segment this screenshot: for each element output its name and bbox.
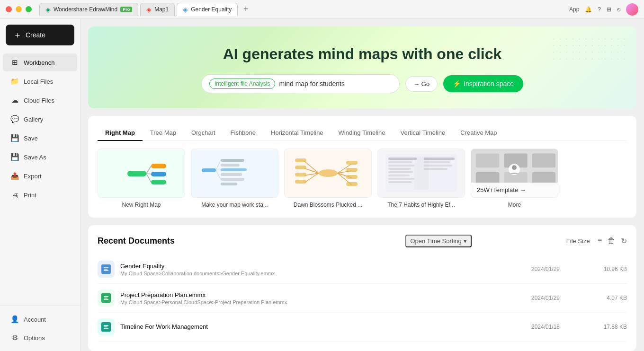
grid-icon[interactable]: ⊞: [607, 6, 611, 13]
titlebar: ◈ Wondershare EdrawMind Pro ◈ Map1 ◈ Gen…: [0, 0, 644, 19]
create-label: Create: [26, 31, 45, 39]
doc-size-project: 4.07 KB: [580, 295, 627, 301]
sidebar-item-export[interactable]: 📤 Export: [3, 167, 77, 185]
more-overlay: 25W+Template →: [471, 183, 558, 197]
refresh-icon[interactable]: ↻: [621, 237, 627, 246]
close-button[interactable]: [6, 6, 12, 12]
minimize-button[interactable]: [16, 6, 22, 12]
tab-vertical-timeline[interactable]: Vertical Timeline: [393, 125, 453, 141]
go-button[interactable]: → Go: [405, 76, 438, 92]
svg-rect-12: [221, 178, 244, 181]
card-7-habits[interactable]: The 7 Habits of Highly Ef...: [377, 149, 465, 208]
svg-line-19: [304, 168, 319, 173]
inspiration-label: Inspiration space: [464, 80, 514, 88]
tab-horizontal-timeline[interactable]: Horizontal Timeline: [263, 125, 331, 141]
card-dawn-blossoms[interactable]: Dawn Blossoms Plucked ...: [284, 149, 372, 208]
tab-map1[interactable]: ◈ Map1: [140, 3, 175, 16]
svg-rect-28: [295, 173, 306, 176]
sidebar-item-save-as[interactable]: 💾 Save As: [3, 148, 77, 166]
doc-name-project: Project Preparation Plan.emmx: [120, 291, 511, 298]
hero-banner: · · · · · · · · · · · · · · · · · · · · …: [88, 26, 636, 108]
doc-icon-project: [98, 290, 115, 307]
maximize-button[interactable]: [26, 6, 32, 12]
sidebar-item-options[interactable]: ⚙ Options: [3, 329, 77, 347]
inspiration-button[interactable]: ⚡ Inspiration space: [443, 75, 523, 92]
doc-size-gender: 10.96 KB: [580, 266, 627, 272]
app-body: ＋ Create ⊞ Workbench 📁 Local Files ☁ Clo…: [0, 19, 644, 351]
file-size-label: File Size: [566, 237, 590, 245]
tab-tree-map[interactable]: Tree Map: [143, 125, 184, 141]
card-new-right-map-label: New Right Map: [98, 202, 185, 208]
svg-line-15: [216, 170, 221, 170]
avatar[interactable]: [626, 3, 638, 16]
sidebar-item-account[interactable]: 👤 Account: [3, 310, 77, 328]
tab-winding-timeline[interactable]: Winding Timeline: [331, 125, 393, 141]
svg-rect-46: [424, 165, 452, 167]
sidebar-item-gallery[interactable]: 💬 Gallery: [3, 110, 77, 128]
svg-rect-9: [221, 164, 240, 167]
recent-actions: ≡ 🗑 ↻: [598, 237, 627, 246]
card-make-map[interactable]: Make your map work sta...: [191, 149, 278, 208]
sidebar-item-workbench[interactable]: ⊞ Workbench: [3, 53, 77, 71]
bell-icon[interactable]: 🔔: [585, 6, 592, 13]
sidebar-nav: ⊞ Workbench 📁 Local Files ☁ Cloud Files …: [0, 51, 80, 306]
tab-orgchart[interactable]: Orgchart: [184, 125, 223, 141]
sidebar-item-cloud-files-label: Cloud Files: [24, 97, 54, 104]
sidebar-item-gallery-label: Gallery: [24, 116, 43, 123]
card-more-label: More: [471, 202, 558, 208]
search-tag[interactable]: Intelligent file Analysis: [209, 79, 275, 89]
doc-row-gender[interactable]: Gender Equality My Cloud Space>Collabora…: [98, 255, 627, 284]
sidebar-item-options-label: Options: [24, 334, 45, 342]
card-new-right-map[interactable]: New Right Map: [98, 149, 185, 208]
tab-gender[interactable]: ◈ Gender Equality: [177, 3, 238, 16]
svg-rect-45: [424, 161, 450, 163]
gallery-icon: 💬: [10, 115, 19, 123]
create-button[interactable]: ＋ Create: [6, 25, 74, 45]
sidebar-item-cloud-files[interactable]: ☁ Cloud Files: [3, 91, 77, 109]
doc-row-project[interactable]: Project Preparation Plan.emmx My Cloud S…: [98, 284, 627, 313]
card-7-habits-label: The 7 Habits of Highly Ef...: [377, 202, 465, 208]
svg-rect-38: [388, 165, 414, 167]
right-map-preview-svg: [113, 154, 170, 192]
gender-doc-icon: [101, 264, 111, 274]
card-more[interactable]: 25W+Template → More: [471, 149, 558, 208]
svg-rect-44: [424, 158, 455, 160]
go-label: → Go: [413, 80, 429, 88]
list-view-icon[interactable]: ≡: [598, 237, 602, 246]
tab-creative-map[interactable]: Creative Map: [453, 125, 504, 141]
share-icon[interactable]: ⎋: [617, 6, 620, 13]
svg-line-18: [304, 161, 319, 173]
doc-row-timeline[interactable]: Timeline For Work Management 2024/01/18 …: [98, 313, 627, 342]
svg-rect-8: [221, 159, 244, 162]
sidebar-item-local-files[interactable]: 📁 Local Files: [3, 72, 77, 90]
svg-rect-41: [388, 175, 410, 176]
help-icon[interactable]: ?: [598, 6, 601, 13]
card-dawn-blossoms-label: Dawn Blossoms Plucked ...: [284, 202, 372, 208]
tab-edrawmind[interactable]: ◈ Wondershare EdrawMind Pro: [39, 3, 138, 16]
svg-rect-49: [476, 153, 499, 167]
add-tab-button[interactable]: +: [240, 3, 252, 16]
recent-title: Recent Documents: [98, 236, 405, 246]
sidebar-item-print[interactable]: 🖨 Print: [3, 186, 77, 204]
tabs-bar: ◈ Wondershare EdrawMind Pro ◈ Map1 ◈ Gen…: [39, 3, 569, 16]
search-input[interactable]: [279, 80, 392, 88]
timeline-doc-icon: [101, 322, 111, 332]
tab-right-map[interactable]: Right Map: [98, 125, 143, 141]
svg-rect-27: [295, 166, 306, 169]
tab-fishbone[interactable]: Fishbone: [223, 125, 263, 141]
tab-map1-label: Map1: [154, 6, 169, 13]
sidebar-item-workbench-label: Workbench: [24, 59, 55, 66]
delete-icon[interactable]: 🗑: [608, 237, 615, 246]
svg-point-17: [319, 169, 338, 177]
main-content: · · · · · · · · · · · · · · · · · · · · …: [80, 19, 644, 351]
app-button[interactable]: App: [569, 6, 579, 13]
doc-name-gender: Gender Equality: [120, 263, 511, 270]
doc-date-gender: 2024/01/29: [517, 266, 574, 272]
recent-header: Recent Documents Open Time Sorting ▾ Fil…: [98, 235, 627, 247]
sidebar-item-save[interactable]: 💾 Save: [3, 129, 77, 147]
pro-badge: Pro: [120, 7, 132, 12]
project-doc-icon: [101, 293, 111, 303]
svg-rect-43: [388, 181, 412, 183]
svg-rect-1: [151, 164, 166, 168]
sort-button[interactable]: Open Time Sorting ▾: [405, 235, 471, 247]
